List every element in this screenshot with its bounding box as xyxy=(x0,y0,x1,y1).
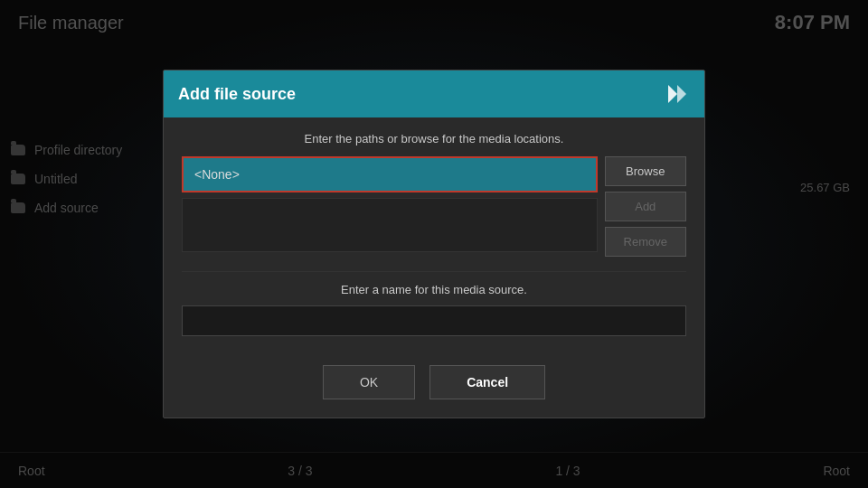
add-file-source-dialog: Add file source Enter the paths or brows… xyxy=(163,70,705,418)
remove-button[interactable]: Remove xyxy=(605,227,686,257)
dialog-header: Add file source xyxy=(164,70,704,117)
dialog-title: Add file source xyxy=(178,85,296,104)
name-subtitle: Enter a name for this media source. xyxy=(182,283,686,296)
kodi-logo-icon xyxy=(665,81,690,107)
media-source-name-input[interactable] xyxy=(182,305,686,336)
dialog-subtitle: Enter the paths or browse for the media … xyxy=(182,132,686,145)
source-list-wrapper xyxy=(182,156,598,252)
dialog-body: Enter the paths or browse for the media … xyxy=(164,117,704,351)
browse-button[interactable]: Browse xyxy=(605,156,686,186)
path-input-wrapper[interactable] xyxy=(182,156,598,192)
ok-button[interactable]: OK xyxy=(323,365,415,399)
dialog-footer: OK Cancel xyxy=(164,351,704,418)
add-button[interactable]: Add xyxy=(605,192,686,221)
action-buttons: Browse Add Remove xyxy=(605,156,686,257)
name-section: Enter a name for this media source. xyxy=(182,271,686,336)
path-input[interactable] xyxy=(184,158,596,191)
modal-overlay: Add file source Enter the paths or brows… xyxy=(0,0,868,488)
path-list-area xyxy=(182,198,598,252)
cancel-button[interactable]: Cancel xyxy=(429,365,545,399)
path-input-row xyxy=(182,156,598,192)
source-input-row: Browse Add Remove xyxy=(182,156,686,257)
